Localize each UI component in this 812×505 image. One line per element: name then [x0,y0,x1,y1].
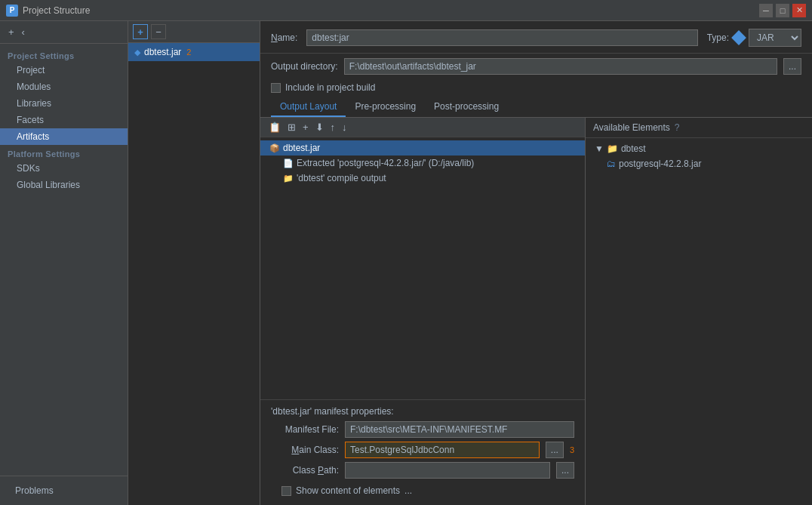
project-settings-header: Project Settings [0,47,128,62]
avail-root-label: dbtest [621,143,646,154]
include-in-build-checkbox[interactable] [271,83,281,93]
avail-folder-icon: 📁 [607,143,618,154]
include-in-build-row: Include in project build [260,79,812,97]
sidebar-item-artifacts[interactable]: Artifacts [0,128,128,145]
tab-postprocessing[interactable]: Post-processing [425,97,508,117]
avail-jar-icon: 🗂 [607,159,616,169]
class-path-browse-button[interactable]: ... [556,462,574,479]
sidebar-nav: Project Settings Project Modules Librari… [0,44,128,476]
type-wrapper: Type: JAR [707,29,801,47]
artifact-toolbar: + − [128,21,260,43]
artifact-remove-button[interactable]: − [151,24,166,39]
layout-extract-button[interactable]: ⬇ [313,121,326,134]
sidebar-item-modules[interactable]: Modules [0,79,128,95]
layout-add-element-button[interactable]: + [300,121,311,134]
platform-settings-header: Platform Settings [0,145,128,160]
name-type-row: Name: Type: JAR [260,21,812,54]
sidebar-add-button[interactable]: + [6,26,17,38]
artifact-panel: + − ◆ dbtest.jar 2 [128,21,260,505]
avail-triangle-icon: ▼ [595,143,604,154]
output-dir-row: Output directory: ... [260,54,812,79]
maximize-button[interactable]: □ [776,4,789,17]
type-label: Type: [707,32,729,43]
layout-move-up-button[interactable]: ↑ [328,121,338,134]
window-controls: ─ □ ✕ [759,4,806,17]
tree-child-2[interactable]: 📁 'dbtest' compile output [260,171,585,186]
available-elements-help[interactable]: ? [675,122,680,133]
sidebar-nav-back[interactable]: ‹ [20,26,27,38]
sidebar-toolbar: + ‹ [0,21,128,44]
main-container: + ‹ Project Settings Project Modules Lib… [0,21,812,505]
main-class-input[interactable] [345,442,540,458]
sidebar-item-sdks[interactable]: SDKs [0,160,128,177]
close-button[interactable]: ✕ [792,4,806,17]
app-icon: P [6,5,18,17]
artifact-item[interactable]: ◆ dbtest.jar 2 [128,43,260,61]
output-dir-input[interactable] [344,58,777,75]
avail-jar-item[interactable]: 🗂 postgresql-42.2.8.jar [586,156,812,171]
tree-child-1-label: Extracted 'postgresql-42.2.8.jar/' (D:/j… [297,158,474,168]
tab-preprocessing[interactable]: Pre-processing [346,97,425,117]
layout-toolbar: 📋 ⊞ + ⬇ ↑ ↓ [260,118,585,137]
layout-grid-button[interactable]: ⊞ [285,121,298,134]
class-path-input[interactable] [345,462,550,479]
available-elements-tree: ▼ 📁 dbtest 🗂 postgresql-42.2.8.jar [586,138,812,505]
jar-diamond-icon: ◆ [134,48,140,57]
window-title: Project Structure [23,5,759,16]
tabs-row: Output Layout Pre-processing Post-proces… [260,97,812,118]
available-elements-label: Available Elements [593,122,670,133]
name-label: Name: [271,32,297,43]
tree-root-label: dbtest.jar [283,143,320,153]
sidebar-footer: Problems [0,476,128,505]
compile-output-icon: 📁 [283,174,294,183]
jar-icon [731,30,746,45]
manifest-title: 'dbtest.jar' manifest properties: [271,406,574,417]
left-layout-panel: 📋 ⊞ + ⬇ ↑ ↓ 📦 dbtest.jar 📄 Extracted 'po… [260,118,586,505]
layout-tree: 📦 dbtest.jar 📄 Extracted 'postgresql-42.… [260,137,585,399]
sidebar-item-facets[interactable]: Facets [0,112,128,128]
main-class-row: Main Class: ... 3 [271,442,574,458]
layout-area: 📋 ⊞ + ⬇ ↑ ↓ 📦 dbtest.jar 📄 Extracted 'po… [260,118,812,505]
class-path-label: Class Path: [271,465,339,476]
sidebar-item-libraries[interactable]: Libraries [0,95,128,112]
manifest-file-label: Manifest File: [271,424,339,435]
main-class-label: Main Class: [271,445,339,455]
artifact-label-num: 2 [186,48,191,57]
artifact-add-button[interactable]: + [133,24,148,39]
layout-move-down-button[interactable]: ↓ [340,121,349,134]
show-content-extra: ... [404,485,412,496]
artifact-item-label: dbtest.jar [144,47,181,57]
sidebar: + ‹ Project Settings Project Modules Lib… [0,21,128,505]
tab-output-layout[interactable]: Output Layout [271,97,346,117]
main-class-browse-button[interactable]: ... [546,442,564,458]
output-dir-browse-button[interactable]: ... [783,58,801,75]
class-path-row: Class Path: ... [271,462,574,479]
show-content-label: Show content of elements [296,485,400,496]
tree-child-1[interactable]: 📄 Extracted 'postgresql-42.2.8.jar/' (D:… [260,156,585,171]
avail-root-item[interactable]: ▼ 📁 dbtest [586,141,812,156]
avail-jar-label: postgresql-42.2.8.jar [619,159,701,169]
manifest-section: 'dbtest.jar' manifest properties: Manife… [260,399,585,505]
extracted-jar-icon: 📄 [283,159,294,168]
sidebar-item-global-libraries[interactable]: Global Libraries [0,177,128,193]
artifact-list: ◆ dbtest.jar 2 [128,43,260,505]
show-content-row: Show content of elements ... [271,482,574,500]
layout-copy-button[interactable]: 📋 [266,121,283,134]
minimize-button[interactable]: ─ [759,4,773,17]
type-select[interactable]: JAR [749,29,801,47]
sidebar-item-project[interactable]: Project [0,62,128,79]
manifest-file-input[interactable] [345,421,574,438]
manifest-file-row: Manifest File: [271,421,574,438]
jar-tree-icon: 📦 [269,143,280,153]
tree-root-item[interactable]: 📦 dbtest.jar [260,140,585,156]
show-content-checkbox[interactable] [281,486,291,496]
include-in-build-label: Include in project build [285,82,375,93]
tree-child-2-label: 'dbtest' compile output [297,173,386,183]
name-input[interactable] [306,29,697,46]
available-elements-panel: Available Elements ? ▼ 📁 dbtest 🗂 postgr… [586,118,812,505]
output-dir-label: Output directory: [271,61,338,72]
available-elements-header: Available Elements ? [586,118,812,138]
title-bar: P Project Structure ─ □ ✕ [0,0,812,21]
content-area: Name: Type: JAR Output directory: ... In… [260,21,812,505]
sidebar-item-problems[interactable]: Problems [8,482,120,499]
